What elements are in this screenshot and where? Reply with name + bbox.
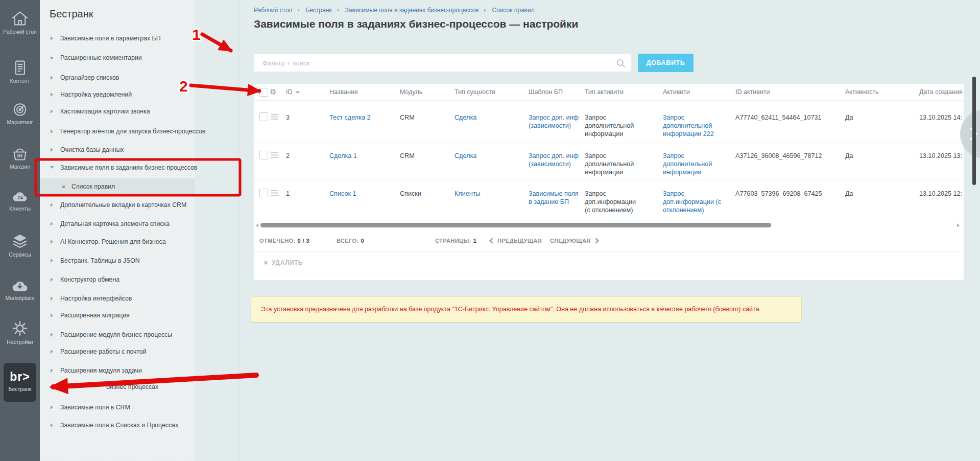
drag-handle-icon[interactable] <box>271 114 278 115</box>
cell-module: CRM <box>400 152 446 160</box>
rail-item-services[interactable]: Сервисы <box>0 233 40 258</box>
rail-item-shop[interactable]: Магазин <box>0 146 40 170</box>
cell-activity-link[interactable]: Запрос дополнительной информации 222 <box>663 113 724 138</box>
sidebar-item[interactable]: Зависимые поля в параметрах БП <box>40 34 195 43</box>
cell-template-link[interactable]: Запрос доп. инф (зависимости) <box>529 113 580 130</box>
sidebar-item[interactable]: AI Коннектор. Решения для бизнеса <box>40 237 195 246</box>
filter-search-input[interactable] <box>254 54 631 72</box>
cell-created: 13.10.2025 14: <box>919 113 963 122</box>
sidebar-item[interactable]: Расширение работы с почтой <box>40 347 195 356</box>
column-header-module[interactable]: Модуль <box>400 88 446 96</box>
select-all-checkbox[interactable] <box>259 88 268 97</box>
column-header-active[interactable]: Активность <box>845 88 876 96</box>
chevron-right-icon <box>51 296 53 301</box>
cell-active: Да <box>845 152 876 160</box>
column-header-activity-id[interactable]: ID активити <box>735 88 843 96</box>
rail-item-clients[interactable]: 24 Клиенты <box>0 188 40 212</box>
rail-item-marketplace[interactable]: Marketplace <box>0 278 40 301</box>
chevron-right-icon <box>51 240 53 244</box>
add-button[interactable]: ДОБАВИТЬ <box>638 54 694 72</box>
rail-item-desktop[interactable]: Рабочий стол <box>0 10 40 35</box>
sidebar-item[interactable]: Кастомизация карточки звонка <box>40 107 195 116</box>
chevron-right-icon <box>51 222 53 226</box>
grid-settings-gear-icon[interactable]: ⚙ <box>270 87 276 97</box>
row-checkbox[interactable] <box>259 189 268 197</box>
row-checkbox[interactable] <box>259 151 268 159</box>
chevron-right-icon <box>51 350 53 354</box>
breadcrumb-link[interactable]: Зависимые поля в заданиях бизнес-процесс… <box>345 7 479 14</box>
drag-handle-icon[interactable] <box>271 190 278 191</box>
table-row: 2 Сделка 1 CRM Сделка Запрос доп. инф (з… <box>254 144 964 179</box>
bestrank-logo-label: Бестранк <box>4 386 36 392</box>
sidebar-item[interactable]: Расширенные комментарии <box>40 53 195 62</box>
sidebar-item[interactable]: Расширенная миграция <box>40 311 195 320</box>
sidebar-item-rules-list-active[interactable]: Список правил <box>40 182 195 191</box>
bullet-icon <box>51 57 53 59</box>
scroll-left-arrow-icon[interactable] <box>256 223 258 227</box>
column-header-created[interactable]: Дата создания <box>919 88 963 96</box>
pages-counter: СТРАНИЦЫ:1 <box>435 238 476 244</box>
cell-entity-link[interactable]: Сделка <box>455 152 521 160</box>
sidebar-item[interactable]: Настройка интерфейсов <box>40 294 195 303</box>
drag-handle-icon[interactable] <box>271 152 278 153</box>
row-checkbox[interactable] <box>259 112 268 121</box>
sidebar-item[interactable]: Органайзер списков <box>40 73 195 82</box>
sidebar-item[interactable]: Расширение модуля бизнес-процессы <box>40 330 195 339</box>
rail-item-label: Магазин <box>0 164 40 170</box>
sidebar-item[interactable]: Генератор агентов для запуска бизнес-про… <box>40 127 195 136</box>
cell-activity-type: Запрос доп.информации (с отклонением) <box>585 190 641 214</box>
cell-entity-link[interactable]: Клиенты <box>455 190 521 198</box>
rail-item-content[interactable]: Контент <box>0 60 40 84</box>
chevron-right-icon <box>51 259 53 263</box>
column-header-name[interactable]: Название <box>329 88 391 96</box>
cell-name-link[interactable]: Сделка 1 <box>329 152 391 160</box>
breadcrumb-separator-icon <box>484 9 486 12</box>
app-rail: Рабочий стол Контент Маркетинг Магазин <box>0 0 40 461</box>
sidebar-item[interactable]: Детальная карточка элемента списка <box>40 219 195 228</box>
column-header-id[interactable]: ID <box>286 88 300 96</box>
breadcrumb-separator-icon <box>338 9 340 12</box>
horizontal-scrollbar[interactable] <box>254 220 964 231</box>
delete-button[interactable]: ×УДАЛИТЬ <box>264 258 303 267</box>
sidebar-item[interactable]: Очистка базы данных <box>40 145 195 154</box>
breadcrumb-link[interactable]: Рабочий стол <box>254 7 292 14</box>
search-icon[interactable] <box>616 59 626 70</box>
scroll-right-arrow-icon[interactable] <box>957 223 960 227</box>
cell-name-link[interactable]: Список 1 <box>329 190 391 198</box>
vertical-scrollbar-thumb[interactable] <box>972 77 976 185</box>
prev-page-button[interactable]: ПРЕДЫДУЩАЯ <box>490 238 542 244</box>
sidebar-item[interactable]: Бестранк. Таблицы в JSON <box>40 256 195 265</box>
sidebar-item[interactable]: Дополнительные вкладки в карточках CRM <box>40 200 195 210</box>
cell-entity-link[interactable]: Сделка <box>455 113 521 122</box>
column-header-template[interactable]: Шаблон БП <box>529 88 580 96</box>
cell-template-link[interactable]: Запрос доп. инф (зависимости) <box>529 152 580 168</box>
column-header-entity[interactable]: Тип сущности <box>455 88 521 96</box>
cloud-24-icon: 24 <box>10 188 30 204</box>
horizontal-scrollbar-thumb[interactable] <box>260 223 771 227</box>
sidebar-item[interactable]: Зависимые поля в Списках и Процессах <box>40 421 195 430</box>
cell-activity-link[interactable]: Запрос дополнительной информации <box>663 152 724 176</box>
sidebar-item[interactable]: Конструктор обмена <box>40 275 195 284</box>
sidebar-item-partially-hidden[interactable]: бизнес процессах <box>40 382 195 391</box>
sidebar-item[interactable]: Настройка уведомлений <box>40 90 195 99</box>
column-header-activity[interactable]: Активити <box>663 88 724 96</box>
next-page-button[interactable]: СЛЕДУЮЩАЯ <box>550 238 598 244</box>
table-row: 3 Тест сделка 2 CRM Сделка Запрос доп. и… <box>254 100 964 144</box>
column-header-activity-type[interactable]: Тип активити <box>585 88 641 96</box>
rail-item-label: Контент <box>0 78 40 84</box>
sidebar-item[interactable]: Расширения модуля задачи <box>40 366 195 375</box>
chevron-right-icon <box>593 238 599 243</box>
sidebar-item-dependent-fields-bp-tasks[interactable]: Зависимые поля в заданиях бизнес-процесс… <box>40 163 195 172</box>
cell-activity-link[interactable]: Запрос доп.информации (с отклонением) <box>663 190 724 214</box>
favorite-star-icon[interactable]: ☆ <box>489 19 497 31</box>
rail-item-settings[interactable]: Настройки <box>0 319 40 345</box>
breadcrumb-link[interactable]: Бестранк <box>305 7 331 14</box>
cell-template-link[interactable]: Зависимые поля в задание БП <box>529 190 580 206</box>
cell-name-link[interactable]: Тест сделка 2 <box>329 113 391 122</box>
breadcrumb: Рабочий стол Бестранк Зависимые поля в з… <box>254 7 540 14</box>
chevron-right-icon <box>51 313 53 317</box>
rail-item-bestrank-logo[interactable]: br> Бестранк <box>4 363 36 402</box>
sidebar-item[interactable]: Зависимые поля в CRM <box>40 403 195 412</box>
svg-text:24: 24 <box>17 195 23 200</box>
rail-item-marketing[interactable]: Маркетинг <box>0 102 40 125</box>
